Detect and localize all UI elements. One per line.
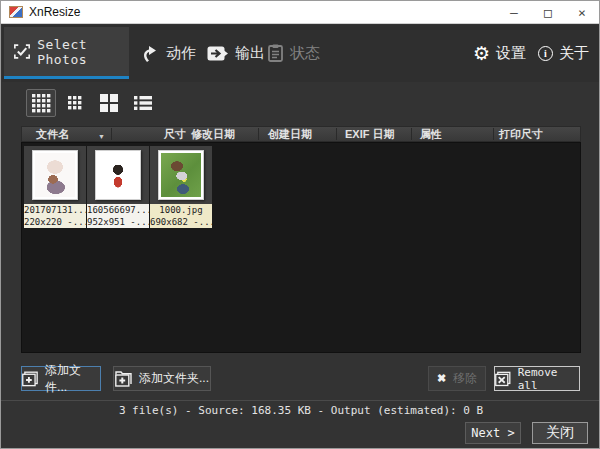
column-exif[interactable]: EXIF 日期 — [345, 128, 395, 141]
about-button[interactable]: i 关于 — [538, 27, 589, 79]
close-button[interactable]: 关闭 — [532, 422, 588, 444]
add-files-label: 添加文件... — [45, 362, 100, 396]
thumbnail — [95, 150, 141, 200]
remove-all-icon — [495, 371, 511, 387]
tab-label: 状态 — [290, 44, 320, 63]
thumbnail — [32, 150, 78, 200]
status-clipboard-icon — [268, 44, 283, 62]
xnresize-window: XnResize – □ × Select Photos 动作 — [0, 0, 600, 449]
minimize-button[interactable]: – — [497, 1, 531, 23]
file-name: 1000.jpg — [150, 204, 212, 216]
column-size[interactable]: 尺寸 — [164, 128, 186, 141]
file-name: 160566697... — [87, 204, 149, 216]
add-folder-label: 添加文件夹... — [139, 370, 209, 387]
view-list-button[interactable] — [128, 89, 158, 117]
grid-2x2-icon — [100, 94, 118, 112]
info-icon: i — [538, 46, 553, 61]
file-list-area[interactable]: 201707131... 220x220 -... 160566697... 9… — [21, 142, 581, 353]
file-item[interactable]: 201707131... 220x220 -... — [24, 146, 86, 228]
close-window-button[interactable]: × — [565, 1, 599, 23]
remove-label: 移除 — [453, 370, 477, 387]
view-grid-medium-button[interactable] — [60, 89, 90, 117]
select-photos-icon — [14, 43, 30, 60]
add-folder-button[interactable]: 添加文件夹... — [113, 366, 211, 391]
file-item[interactable]: 160566697... 952x951 -... — [87, 146, 149, 228]
file-label: 1000.jpg 690x682 -... — [150, 204, 212, 228]
tab-label: Select Photos — [37, 37, 129, 67]
next-button[interactable]: Next > — [465, 422, 521, 444]
gear-icon: ⚙ — [473, 44, 490, 63]
remove-button[interactable]: ✖ 移除 — [428, 366, 486, 391]
action-arrow-icon — [141, 43, 159, 63]
list-view-icon — [134, 96, 152, 110]
tab-label: 输出 — [235, 44, 265, 63]
window-controls: – □ × — [497, 1, 599, 23]
file-table-header: 文件名 ▼ 尺寸 修改日期 创建日期 EXIF 日期 属性 打印尺寸 — [21, 126, 581, 142]
grid-4x4-icon — [32, 94, 51, 113]
tab-bar: Select Photos 动作 输出 状态 ⚙ — [2, 25, 600, 82]
column-divider — [336, 128, 337, 140]
tab-action[interactable]: 动作 — [141, 27, 197, 79]
view-mode-toolbar — [2, 85, 600, 123]
column-print-size[interactable]: 打印尺寸 — [499, 128, 543, 141]
add-files-button[interactable]: 添加文件... — [21, 366, 101, 391]
settings-button[interactable]: ⚙ 设置 — [473, 27, 526, 79]
tab-status[interactable]: 状态 — [268, 27, 326, 79]
view-grid-small-button[interactable] — [26, 89, 56, 117]
file-info: 220x220 -... — [24, 216, 86, 228]
column-attrs[interactable]: 属性 — [420, 128, 442, 141]
file-info: 952x951 -... — [87, 216, 149, 228]
column-divider — [411, 128, 412, 140]
tab-output[interactable]: 输出 — [207, 27, 265, 79]
column-modified[interactable]: 修改日期 — [191, 128, 235, 141]
file-item-selected[interactable]: 1000.jpg 690x682 -... — [150, 146, 212, 228]
grid-3x3-icon — [68, 96, 82, 110]
settings-label: 设置 — [496, 44, 526, 63]
footer-divider — [1, 400, 600, 401]
x-icon: ✖ — [437, 372, 446, 385]
column-created[interactable]: 创建日期 — [268, 128, 312, 141]
status-text: 3 file(s) - Source: 168.35 KB - Output (… — [1, 404, 600, 417]
about-label: 关于 — [559, 44, 589, 63]
column-divider — [258, 128, 259, 140]
thumbnail — [158, 150, 204, 200]
app-icon — [9, 6, 23, 18]
file-label: 201707131... 220x220 -... — [24, 204, 86, 228]
add-file-icon — [22, 371, 38, 387]
remove-all-button[interactable]: Remove all — [494, 366, 580, 391]
output-icon — [207, 46, 228, 61]
file-info: 690x682 -... — [150, 216, 212, 228]
view-grid-large-button[interactable] — [94, 89, 124, 117]
tab-select-photos[interactable]: Select Photos — [4, 27, 129, 79]
column-filename[interactable]: 文件名 — [36, 128, 69, 141]
title-bar: XnResize – □ × — [1, 1, 599, 24]
column-divider — [111, 128, 112, 140]
maximize-button[interactable]: □ — [531, 1, 565, 23]
tab-label: 动作 — [166, 44, 196, 63]
window-title: XnResize — [29, 5, 80, 19]
file-label: 160566697... 952x951 -... — [87, 204, 149, 228]
remove-all-label: Remove all — [518, 366, 579, 392]
column-divider — [493, 128, 494, 140]
add-folder-icon — [115, 371, 132, 387]
file-name: 201707131... — [24, 204, 86, 216]
